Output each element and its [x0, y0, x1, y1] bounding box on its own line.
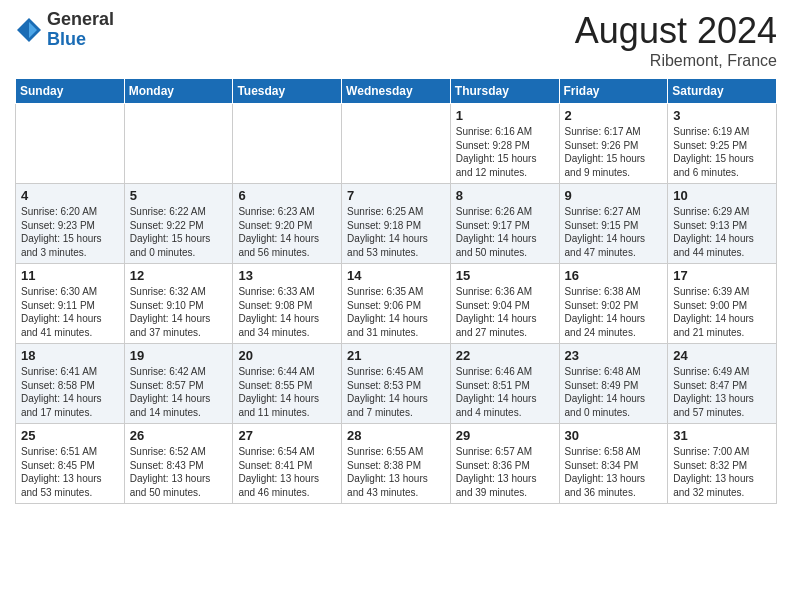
calendar-cell: 30Sunrise: 6:58 AM Sunset: 8:34 PM Dayli…: [559, 424, 668, 504]
month-title: August 2024: [575, 10, 777, 52]
day-number: 26: [130, 428, 228, 443]
calendar-cell: 9Sunrise: 6:27 AM Sunset: 9:15 PM Daylig…: [559, 184, 668, 264]
day-number: 23: [565, 348, 663, 363]
calendar-week-row: 4Sunrise: 6:20 AM Sunset: 9:23 PM Daylig…: [16, 184, 777, 264]
day-number: 16: [565, 268, 663, 283]
day-info: Sunrise: 6:41 AM Sunset: 8:58 PM Dayligh…: [21, 365, 119, 419]
calendar-cell: [233, 104, 342, 184]
calendar-cell: 16Sunrise: 6:38 AM Sunset: 9:02 PM Dayli…: [559, 264, 668, 344]
day-number: 4: [21, 188, 119, 203]
day-info: Sunrise: 6:17 AM Sunset: 9:26 PM Dayligh…: [565, 125, 663, 179]
day-info: Sunrise: 6:39 AM Sunset: 9:00 PM Dayligh…: [673, 285, 771, 339]
day-number: 1: [456, 108, 554, 123]
logo-blue-text: Blue: [47, 30, 114, 50]
day-number: 19: [130, 348, 228, 363]
title-area: August 2024 Ribemont, France: [575, 10, 777, 70]
calendar-cell: 3Sunrise: 6:19 AM Sunset: 9:25 PM Daylig…: [668, 104, 777, 184]
weekday-header: Sunday: [16, 79, 125, 104]
logo-general-text: General: [47, 10, 114, 30]
logo-text: General Blue: [47, 10, 114, 50]
weekday-header: Saturday: [668, 79, 777, 104]
calendar-cell: 25Sunrise: 6:51 AM Sunset: 8:45 PM Dayli…: [16, 424, 125, 504]
day-info: Sunrise: 6:46 AM Sunset: 8:51 PM Dayligh…: [456, 365, 554, 419]
header-row: SundayMondayTuesdayWednesdayThursdayFrid…: [16, 79, 777, 104]
calendar-cell: 5Sunrise: 6:22 AM Sunset: 9:22 PM Daylig…: [124, 184, 233, 264]
calendar-week-row: 1Sunrise: 6:16 AM Sunset: 9:28 PM Daylig…: [16, 104, 777, 184]
day-info: Sunrise: 6:20 AM Sunset: 9:23 PM Dayligh…: [21, 205, 119, 259]
calendar-cell: 7Sunrise: 6:25 AM Sunset: 9:18 PM Daylig…: [342, 184, 451, 264]
calendar-cell: 21Sunrise: 6:45 AM Sunset: 8:53 PM Dayli…: [342, 344, 451, 424]
day-info: Sunrise: 6:44 AM Sunset: 8:55 PM Dayligh…: [238, 365, 336, 419]
day-info: Sunrise: 6:22 AM Sunset: 9:22 PM Dayligh…: [130, 205, 228, 259]
day-number: 14: [347, 268, 445, 283]
day-info: Sunrise: 6:19 AM Sunset: 9:25 PM Dayligh…: [673, 125, 771, 179]
calendar-cell: 31Sunrise: 7:00 AM Sunset: 8:32 PM Dayli…: [668, 424, 777, 504]
calendar-cell: [16, 104, 125, 184]
calendar-cell: 24Sunrise: 6:49 AM Sunset: 8:47 PM Dayli…: [668, 344, 777, 424]
day-number: 13: [238, 268, 336, 283]
day-number: 22: [456, 348, 554, 363]
day-number: 29: [456, 428, 554, 443]
calendar-cell: [342, 104, 451, 184]
day-info: Sunrise: 6:48 AM Sunset: 8:49 PM Dayligh…: [565, 365, 663, 419]
day-number: 8: [456, 188, 554, 203]
calendar-cell: 17Sunrise: 6:39 AM Sunset: 9:00 PM Dayli…: [668, 264, 777, 344]
day-info: Sunrise: 6:52 AM Sunset: 8:43 PM Dayligh…: [130, 445, 228, 499]
weekday-header: Thursday: [450, 79, 559, 104]
calendar-cell: 28Sunrise: 6:55 AM Sunset: 8:38 PM Dayli…: [342, 424, 451, 504]
day-info: Sunrise: 6:35 AM Sunset: 9:06 PM Dayligh…: [347, 285, 445, 339]
day-info: Sunrise: 6:51 AM Sunset: 8:45 PM Dayligh…: [21, 445, 119, 499]
calendar-cell: 29Sunrise: 6:57 AM Sunset: 8:36 PM Dayli…: [450, 424, 559, 504]
day-info: Sunrise: 6:23 AM Sunset: 9:20 PM Dayligh…: [238, 205, 336, 259]
day-info: Sunrise: 6:33 AM Sunset: 9:08 PM Dayligh…: [238, 285, 336, 339]
calendar-cell: 12Sunrise: 6:32 AM Sunset: 9:10 PM Dayli…: [124, 264, 233, 344]
calendar-table: SundayMondayTuesdayWednesdayThursdayFrid…: [15, 78, 777, 504]
location: Ribemont, France: [575, 52, 777, 70]
day-info: Sunrise: 6:55 AM Sunset: 8:38 PM Dayligh…: [347, 445, 445, 499]
day-info: Sunrise: 6:58 AM Sunset: 8:34 PM Dayligh…: [565, 445, 663, 499]
calendar-header: SundayMondayTuesdayWednesdayThursdayFrid…: [16, 79, 777, 104]
day-info: Sunrise: 6:57 AM Sunset: 8:36 PM Dayligh…: [456, 445, 554, 499]
day-info: Sunrise: 6:45 AM Sunset: 8:53 PM Dayligh…: [347, 365, 445, 419]
calendar-body: 1Sunrise: 6:16 AM Sunset: 9:28 PM Daylig…: [16, 104, 777, 504]
day-number: 31: [673, 428, 771, 443]
day-info: Sunrise: 6:42 AM Sunset: 8:57 PM Dayligh…: [130, 365, 228, 419]
calendar-cell: 13Sunrise: 6:33 AM Sunset: 9:08 PM Dayli…: [233, 264, 342, 344]
day-number: 27: [238, 428, 336, 443]
calendar-week-row: 11Sunrise: 6:30 AM Sunset: 9:11 PM Dayli…: [16, 264, 777, 344]
day-number: 7: [347, 188, 445, 203]
day-info: Sunrise: 6:38 AM Sunset: 9:02 PM Dayligh…: [565, 285, 663, 339]
day-info: Sunrise: 6:36 AM Sunset: 9:04 PM Dayligh…: [456, 285, 554, 339]
day-number: 15: [456, 268, 554, 283]
day-info: Sunrise: 6:30 AM Sunset: 9:11 PM Dayligh…: [21, 285, 119, 339]
day-info: Sunrise: 7:00 AM Sunset: 8:32 PM Dayligh…: [673, 445, 771, 499]
calendar-cell: 8Sunrise: 6:26 AM Sunset: 9:17 PM Daylig…: [450, 184, 559, 264]
calendar-cell: 4Sunrise: 6:20 AM Sunset: 9:23 PM Daylig…: [16, 184, 125, 264]
day-number: 18: [21, 348, 119, 363]
day-number: 3: [673, 108, 771, 123]
day-number: 9: [565, 188, 663, 203]
calendar-cell: 26Sunrise: 6:52 AM Sunset: 8:43 PM Dayli…: [124, 424, 233, 504]
calendar-cell: 27Sunrise: 6:54 AM Sunset: 8:41 PM Dayli…: [233, 424, 342, 504]
day-info: Sunrise: 6:16 AM Sunset: 9:28 PM Dayligh…: [456, 125, 554, 179]
day-number: 5: [130, 188, 228, 203]
calendar-cell: 10Sunrise: 6:29 AM Sunset: 9:13 PM Dayli…: [668, 184, 777, 264]
calendar-cell: 19Sunrise: 6:42 AM Sunset: 8:57 PM Dayli…: [124, 344, 233, 424]
calendar-cell: 20Sunrise: 6:44 AM Sunset: 8:55 PM Dayli…: [233, 344, 342, 424]
day-number: 12: [130, 268, 228, 283]
day-number: 25: [21, 428, 119, 443]
day-number: 17: [673, 268, 771, 283]
day-info: Sunrise: 6:54 AM Sunset: 8:41 PM Dayligh…: [238, 445, 336, 499]
logo-icon: [15, 16, 43, 44]
calendar-cell: 1Sunrise: 6:16 AM Sunset: 9:28 PM Daylig…: [450, 104, 559, 184]
day-number: 2: [565, 108, 663, 123]
calendar-cell: 22Sunrise: 6:46 AM Sunset: 8:51 PM Dayli…: [450, 344, 559, 424]
day-info: Sunrise: 6:29 AM Sunset: 9:13 PM Dayligh…: [673, 205, 771, 259]
calendar-cell: 2Sunrise: 6:17 AM Sunset: 9:26 PM Daylig…: [559, 104, 668, 184]
day-info: Sunrise: 6:49 AM Sunset: 8:47 PM Dayligh…: [673, 365, 771, 419]
day-info: Sunrise: 6:27 AM Sunset: 9:15 PM Dayligh…: [565, 205, 663, 259]
calendar-week-row: 18Sunrise: 6:41 AM Sunset: 8:58 PM Dayli…: [16, 344, 777, 424]
day-number: 20: [238, 348, 336, 363]
calendar-cell: 15Sunrise: 6:36 AM Sunset: 9:04 PM Dayli…: [450, 264, 559, 344]
calendar-cell: 14Sunrise: 6:35 AM Sunset: 9:06 PM Dayli…: [342, 264, 451, 344]
